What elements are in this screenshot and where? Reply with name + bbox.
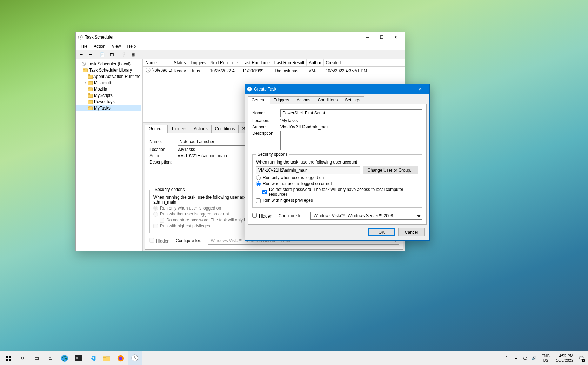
clock-date: 10/5/2022 <box>556 358 573 363</box>
tree-folder-label[interactable]: PowerToys <box>94 99 115 104</box>
radio-run-logged-on-label: Run only when user is logged on <box>160 206 221 211</box>
cell-status: Ready <box>172 67 188 75</box>
twisty-icon[interactable]: ⌄ <box>78 68 83 72</box>
col-next[interactable]: Next Run Time <box>208 59 240 67</box>
window-title: Task Scheduler <box>85 35 361 40</box>
volume-icon[interactable]: 🔊 <box>531 355 537 361</box>
chk-highest-privileges-label: Run with highest privileges <box>263 198 313 203</box>
description-input[interactable] <box>280 131 422 150</box>
col-author[interactable]: Author <box>307 59 323 67</box>
close-button[interactable]: ✕ <box>389 32 403 42</box>
navigation-tree[interactable]: Task Scheduler (Local) ⌄ Task Scheduler … <box>76 59 142 251</box>
clock[interactable]: 4:52 PM 10/5/2022 <box>554 354 575 363</box>
tray-chevron-icon[interactable]: ˄ <box>503 355 510 361</box>
chk-highest-privileges[interactable] <box>256 198 261 203</box>
tree-folder-selected[interactable]: MyTasks <box>76 105 141 111</box>
menu-file[interactable]: File <box>78 43 90 49</box>
col-name[interactable]: Name <box>143 59 172 67</box>
name-input[interactable] <box>280 109 422 117</box>
tab-triggers[interactable]: Triggers <box>167 125 191 133</box>
settings-icon[interactable]: ⚙ <box>15 351 29 365</box>
menu-view[interactable]: View <box>109 43 124 49</box>
tab-actions[interactable]: Actions <box>190 125 211 133</box>
tab-general[interactable]: General <box>248 96 270 104</box>
menu-bar: File Action View Help <box>76 42 405 50</box>
menu-action[interactable]: Action <box>91 43 108 49</box>
firefox-icon[interactable] <box>114 351 128 365</box>
terminal-icon[interactable] <box>72 351 86 365</box>
tab-triggers[interactable]: Triggers <box>270 96 293 104</box>
tab-general[interactable]: General <box>145 125 168 133</box>
task-view-icon[interactable]: 🗔 <box>29 351 44 365</box>
tab-settings[interactable]: Settings <box>341 96 364 104</box>
minimize-button[interactable]: ─ <box>361 32 375 42</box>
tree-folder-label[interactable]: Microsoft <box>94 80 111 85</box>
twisty-icon[interactable]: › <box>83 81 88 85</box>
security-prompt: When running the task, use the following… <box>256 160 418 165</box>
location-label: Location: <box>149 147 178 152</box>
chk-no-store-password-label: Do not store password. The task will onl… <box>269 187 418 197</box>
dialog-titlebar[interactable]: Create Task ✕ <box>245 84 429 94</box>
tree-library-label[interactable]: Task Scheduler Library <box>89 68 132 73</box>
chk-no-store-password[interactable] <box>262 190 267 194</box>
start-button[interactable] <box>1 351 15 365</box>
change-user-button[interactable]: Change User or Group... <box>363 166 418 174</box>
separator-icon <box>118 52 118 58</box>
tree-folder-label[interactable]: MyScripts <box>94 93 113 98</box>
tree-folder-label[interactable]: Mozilla <box>94 87 107 92</box>
dialog-close-button[interactable]: ✕ <box>413 84 427 94</box>
toolbar-extra[interactable]: ▦ <box>129 51 137 59</box>
toolbar-help[interactable]: ❔ <box>120 51 128 59</box>
toolbar-props[interactable]: 🗔 <box>108 51 115 59</box>
nav-fwd-button[interactable]: ➡ <box>86 51 94 59</box>
ok-button[interactable]: OK <box>368 228 395 236</box>
tree-root-label[interactable]: Task Scheduler (Local) <box>88 61 131 66</box>
folder-icon <box>88 106 93 111</box>
radio-run-logged-off[interactable] <box>256 181 261 186</box>
radio-run-logged-on[interactable] <box>256 175 261 180</box>
taskbar[interactable]: ⚙ 🗔 🗂 ˄ ☁ 🖵 🔊 ENG US 4:52 PM 10/5/2022 💬… <box>0 351 588 365</box>
svg-rect-19 <box>9 356 11 358</box>
edge-icon[interactable] <box>58 351 72 365</box>
col-last[interactable]: Last Run Time <box>240 59 272 67</box>
security-options-legend: Security options <box>153 187 186 192</box>
tree-folder-label[interactable]: Agent Activation Runtime <box>93 74 140 79</box>
task-icon <box>146 68 151 73</box>
cancel-button[interactable]: Cancel <box>398 228 425 236</box>
vscode-icon[interactable] <box>86 351 100 365</box>
tab-actions[interactable]: Actions <box>293 96 314 104</box>
col-created[interactable]: Created <box>323 59 405 67</box>
author-value: VM-10V21H2\admin_main <box>178 153 227 158</box>
menu-help[interactable]: Help <box>125 43 139 49</box>
maximize-button[interactable]: ☐ <box>375 32 389 42</box>
lang-line1: ENG <box>541 354 550 358</box>
clock-time: 4:52 PM <box>556 354 573 358</box>
tree-folder-label[interactable]: MyTasks <box>94 106 111 111</box>
tab-conditions[interactable]: Conditions <box>211 125 239 133</box>
col-status[interactable]: Status <box>172 59 188 67</box>
task-scheduler-taskbar-icon[interactable] <box>128 351 142 365</box>
author-label: Author: <box>252 125 280 130</box>
radio-run-logged-off-label: Run whether user is logged on or not <box>263 181 332 186</box>
nav-back-button[interactable]: ⬅ <box>77 51 85 59</box>
explorer-folder-icon[interactable] <box>100 351 114 365</box>
col-result[interactable]: Last Run Result <box>272 59 306 67</box>
toolbar-refresh[interactable]: 📄 <box>99 51 106 59</box>
tab-conditions[interactable]: Conditions <box>314 96 342 104</box>
configure-for-select[interactable]: Windows Vista™, Windows Server™ 2008 <box>310 212 422 220</box>
location-label: Location: <box>252 118 280 123</box>
svg-rect-11 <box>88 93 90 95</box>
language-indicator[interactable]: ENG US <box>540 354 551 363</box>
display-icon[interactable]: 🖵 <box>522 355 528 361</box>
file-explorer-icon[interactable]: 🗂 <box>44 351 58 365</box>
folder-icon <box>88 93 93 98</box>
table-row[interactable]: Notepad La... Ready Runs ... 10/26/2022 … <box>143 67 405 75</box>
action-center-icon[interactable]: 💬3 <box>578 355 584 361</box>
table-header-row[interactable]: Name Status Triggers Next Run Time Last … <box>143 59 405 67</box>
col-triggers[interactable]: Triggers <box>188 59 208 67</box>
onedrive-icon[interactable]: ☁ <box>513 355 519 361</box>
chk-hidden[interactable] <box>252 213 257 218</box>
titlebar[interactable]: Task Scheduler ─ ☐ ✕ <box>76 32 405 42</box>
svg-rect-21 <box>9 359 11 361</box>
dialog-tabs: General Triggers Actions Conditions Sett… <box>248 96 427 104</box>
